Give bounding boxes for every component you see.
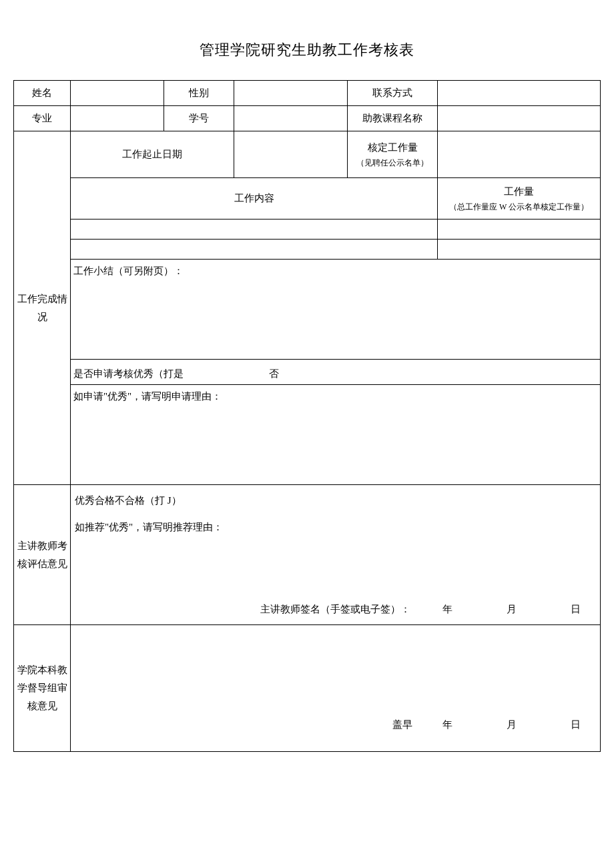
label-committee: 学院本科教学督导组审核意见 bbox=[14, 625, 71, 752]
label-teacher-eval: 主讲教师考核评估意见 bbox=[14, 485, 71, 625]
page-title: 管理学院研究生助教工作考核表 bbox=[13, 40, 601, 60]
committee-date: 年月日 bbox=[400, 717, 592, 733]
label-name: 姓名 bbox=[14, 81, 71, 106]
input-apply-reason[interactable]: 如申请"优秀"，请写明申请理由： bbox=[71, 385, 601, 485]
input-sid[interactable] bbox=[234, 106, 348, 131]
input-course[interactable] bbox=[438, 106, 601, 131]
input-teacher-eval[interactable]: 优秀合格不合格（打 J） 如推荐"优秀"，请写明推荐理由： 主讲教师签名（手签或… bbox=[71, 485, 601, 625]
input-work-content-1[interactable] bbox=[71, 220, 438, 240]
input-workload[interactable] bbox=[438, 131, 601, 178]
input-work-content-2[interactable] bbox=[71, 240, 438, 260]
input-major[interactable] bbox=[71, 106, 164, 131]
label-workload: 核定工作量 （见聘任公示名单） bbox=[348, 131, 438, 178]
label-work-period: 工作起止日期 bbox=[71, 131, 234, 178]
input-committee[interactable]: 盖早 年月日 bbox=[71, 625, 601, 752]
input-name[interactable] bbox=[71, 81, 164, 106]
assessment-table: 姓名 性别 联系方式 专业 学号 助教课程名称 工作完成情况 工作起止日期 核定… bbox=[13, 80, 601, 752]
label-total-workload: 工作量 （总工作量应 W 公示名单核定工作量） bbox=[438, 178, 601, 220]
label-course: 助教课程名称 bbox=[348, 106, 438, 131]
label-work-content: 工作内容 bbox=[71, 178, 438, 220]
label-major: 专业 bbox=[14, 106, 71, 131]
input-apply-excellent[interactable]: 是否申请考核优秀（打是 否 bbox=[71, 360, 601, 385]
input-workload-2[interactable] bbox=[438, 240, 601, 260]
label-work-completion: 工作完成情况 bbox=[14, 131, 71, 485]
teacher-date: 年月日 bbox=[400, 602, 592, 617]
input-contact[interactable] bbox=[438, 81, 601, 106]
input-work-period[interactable] bbox=[234, 131, 348, 178]
label-sid: 学号 bbox=[164, 106, 234, 131]
label-gender: 性别 bbox=[164, 81, 234, 106]
input-work-summary[interactable]: 工作小结（可另附页）： bbox=[71, 260, 601, 360]
input-gender[interactable] bbox=[234, 81, 348, 106]
label-contact: 联系方式 bbox=[348, 81, 438, 106]
input-workload-1[interactable] bbox=[438, 220, 601, 240]
